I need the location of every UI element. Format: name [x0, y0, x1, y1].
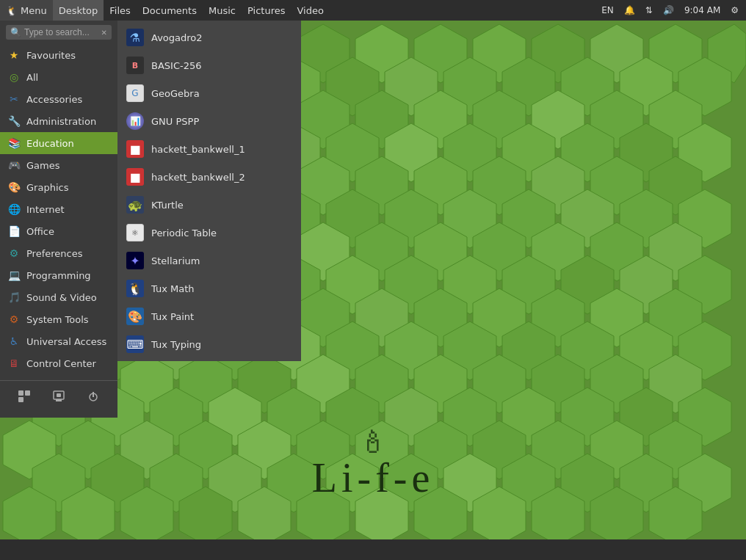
nav-music[interactable]: Music: [203, 0, 242, 21]
nav-pictures-label: Pictures: [247, 5, 285, 16]
education-icon: 📚: [7, 137, 21, 150]
periodic-icon: ⚛: [126, 224, 144, 241]
kturtle-icon: 🐢: [126, 196, 144, 214]
taskbar-right: EN 🔔 ⇅ 🔊 9:04 AM ⚙: [598, 5, 746, 15]
sidebar-item-graphics[interactable]: 🎨 Graphics: [0, 176, 117, 198]
sidebar-item-universal-access[interactable]: ♿ Universal Access: [0, 330, 117, 352]
app-tuxpaint[interactable]: 🎨 Tux Paint: [117, 302, 301, 330]
sidebar-item-control-center[interactable]: 🖥 Control Center: [0, 352, 117, 374]
tuxmath-label: Tux Math: [151, 283, 195, 294]
app-tuxtyping[interactable]: ⌨ Tux Typing: [117, 330, 301, 358]
universal-access-icon: ♿: [7, 335, 21, 348]
clock[interactable]: 9:04 AM: [681, 5, 723, 15]
tuxpaint-label: Tux Paint: [151, 311, 194, 322]
sound-video-label: Sound & Video: [26, 292, 97, 303]
basic256-icon: B: [126, 57, 144, 74]
clear-search-icon[interactable]: ✕: [101, 29, 107, 37]
svg-rect-186: [25, 390, 30, 396]
app-tuxmath[interactable]: 🐧 Tux Math: [117, 274, 301, 302]
network-icon[interactable]: ⇅: [642, 5, 656, 15]
desktop-logo-text: Li-f-e: [312, 455, 435, 501]
sidebar-item-programming[interactable]: 💻 Programming: [0, 264, 117, 286]
system-tools-icon: ⚙: [7, 313, 21, 326]
office-label: Office: [26, 226, 54, 237]
nav-files[interactable]: Files: [104, 0, 137, 21]
app-hackett2[interactable]: ■ hackett_bankwell_2: [117, 163, 301, 191]
hackett1-icon: ■: [126, 140, 144, 158]
avogadro2-label: Avogadro2: [151, 32, 203, 43]
preferences-label: Preferences: [26, 248, 82, 259]
internet-icon: 🌐: [7, 203, 21, 216]
programming-icon: 💻: [7, 269, 21, 282]
nav-pictures[interactable]: Pictures: [242, 0, 291, 21]
search-box[interactable]: 🔍 ✕: [6, 25, 112, 40]
settings-icon[interactable]: ⚙: [728, 5, 742, 15]
clock-time: 9:04 AM: [684, 5, 720, 15]
nav-music-label: Music: [209, 5, 236, 16]
app-periodic[interactable]: ⚛ Periodic Table: [117, 219, 301, 247]
graphics-label: Graphics: [26, 182, 68, 193]
kturtle-label: KTurtle: [151, 200, 184, 211]
sidebar-item-education[interactable]: 📚 Education: [0, 132, 117, 154]
all-icon: ◎: [7, 70, 21, 84]
app-geogebra[interactable]: G GeoGebra: [117, 79, 301, 107]
control-center-icon: 🖥: [7, 357, 21, 370]
hackett2-icon: ■: [126, 168, 144, 186]
apps-panel: ⚗ Avogadro2 B BASIC-256 G GeoGebra 📊 GNU…: [117, 21, 301, 361]
app-kturtle[interactable]: 🐢 KTurtle: [117, 191, 301, 219]
switch-user-button[interactable]: [12, 387, 37, 409]
favourites-icon: ★: [7, 48, 21, 62]
nav-video-label: Video: [297, 5, 323, 16]
nav-files-label: Files: [109, 5, 131, 16]
system-tools-label: System Tools: [26, 314, 89, 325]
sidebar-item-sound-video[interactable]: 🎵 Sound & Video: [0, 286, 117, 308]
tuxtyping-label: Tux Typing: [151, 339, 201, 350]
language-indicator[interactable]: EN: [598, 5, 617, 15]
power-icon: [87, 390, 100, 403]
menu-bottom-bar: [0, 380, 117, 412]
geogebra-label: GeoGebra: [151, 88, 200, 99]
education-label: Education: [26, 138, 74, 149]
volume-icon[interactable]: 🔊: [660, 5, 677, 15]
tuxtyping-icon: ⌨: [126, 335, 144, 353]
sidebar-item-internet[interactable]: 🌐 Internet: [0, 198, 117, 220]
switch-user-icon: [18, 390, 31, 403]
taskbar: 🐧 Menu Desktop Files Documents Music Pic…: [0, 0, 746, 21]
sidebar-item-preferences[interactable]: ⚙ Preferences: [0, 242, 117, 264]
app-gnupspp[interactable]: 📊 GNU PSPP: [117, 107, 301, 135]
games-label: Games: [26, 160, 59, 171]
menu-button[interactable]: 🐧 Menu: [0, 0, 53, 21]
geogebra-icon: G: [126, 84, 144, 102]
accessories-label: Accessories: [26, 94, 82, 105]
all-label: All: [26, 72, 38, 83]
sidebar-item-office[interactable]: 📄 Office: [0, 220, 117, 242]
svg-rect-185: [18, 390, 23, 396]
graphics-icon: 🎨: [7, 181, 21, 194]
search-input[interactable]: [24, 27, 98, 37]
sidebar-item-accessories[interactable]: ✂ Accessories: [0, 88, 117, 110]
app-avogadro2[interactable]: ⚗ Avogadro2: [117, 23, 301, 51]
nav-desktop-label: Desktop: [59, 5, 98, 16]
app-stellarium[interactable]: ✦ Stellarium: [117, 247, 301, 274]
nav-documents[interactable]: Documents: [137, 0, 203, 21]
hackett2-label: hackett_bankwell_2: [151, 172, 245, 183]
menu-icon: 🐧: [6, 5, 18, 16]
sidebar-item-system-tools[interactable]: ⚙ System Tools: [0, 308, 117, 330]
sidebar-item-games[interactable]: 🎮 Games: [0, 154, 117, 176]
svg-rect-190: [57, 393, 61, 397]
screen-lock-icon: [52, 390, 65, 403]
sidebar-item-administration[interactable]: 🔧 Administration: [0, 110, 117, 132]
power-button[interactable]: [81, 387, 106, 409]
nav-video[interactable]: Video: [291, 0, 329, 21]
sidebar-item-all[interactable]: ◎ All: [0, 66, 117, 88]
games-icon: 🎮: [7, 159, 21, 172]
nav-desktop[interactable]: Desktop: [53, 0, 104, 21]
periodic-label: Periodic Table: [151, 228, 217, 239]
notification-icon[interactable]: 🔔: [621, 5, 638, 15]
menu-label: Menu: [21, 5, 47, 16]
internet-label: Internet: [26, 204, 65, 215]
app-basic256[interactable]: B BASIC-256: [117, 51, 301, 79]
screen-lock-button[interactable]: [46, 387, 71, 409]
app-hackett1[interactable]: ■ hackett_bankwell_1: [117, 135, 301, 163]
sidebar-item-favourites[interactable]: ★ Favourites: [0, 44, 117, 66]
